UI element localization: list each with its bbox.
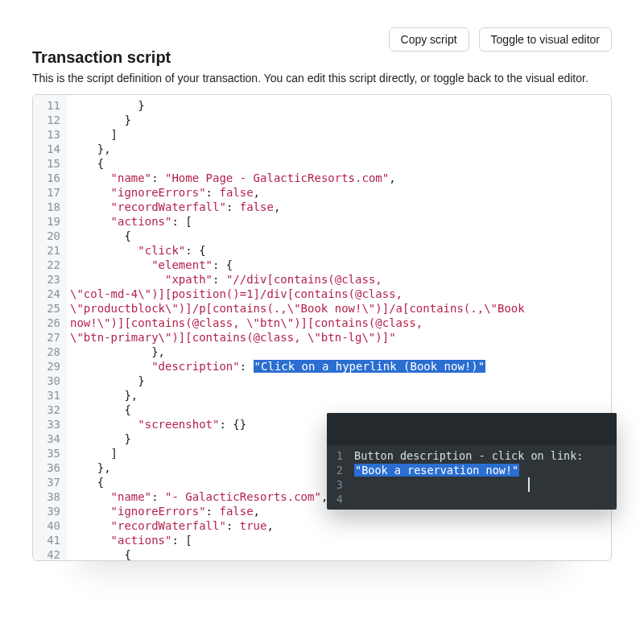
code-line[interactable]: now!\")][contains(@class, \"btn\")][cont… xyxy=(70,316,608,330)
code-line[interactable]: "recordWaterfall": false, xyxy=(70,200,608,214)
line-number: 17 xyxy=(39,185,60,200)
page-subtitle: This is the script definition of your tr… xyxy=(32,72,612,85)
line-number: 39 xyxy=(39,504,60,518)
line-number: 11 xyxy=(39,98,60,113)
line-number: 42 xyxy=(39,547,60,561)
line-number: 28 xyxy=(39,345,60,359)
line-number: 21 xyxy=(39,243,60,258)
code-line[interactable]: } xyxy=(70,113,608,127)
overlay-line xyxy=(354,492,617,506)
code-line[interactable]: "recordWaterfall": true, xyxy=(70,518,608,533)
line-number: 27 xyxy=(39,330,60,345)
code-line[interactable]: "actions": [ xyxy=(70,214,608,229)
line-number: 32 xyxy=(39,402,60,417)
code-line[interactable]: } xyxy=(70,98,608,113)
code-line[interactable]: { xyxy=(70,156,608,171)
line-number: 30 xyxy=(39,374,60,388)
line-number: 35 xyxy=(39,446,60,460)
code-line[interactable]: \"col-md-4\")][position()=1]/div[contain… xyxy=(70,287,608,301)
line-number: 23 xyxy=(39,272,60,287)
code-line[interactable]: }, xyxy=(70,388,608,402)
code-line[interactable]: "ignoreErrors": false, xyxy=(70,185,608,200)
text-caret xyxy=(528,477,530,492)
line-number: 15 xyxy=(39,156,60,171)
line-number: 29 xyxy=(39,359,60,374)
line-number: 18 xyxy=(39,200,60,214)
editor-gutter: 1112131415161718192021222324252627282930… xyxy=(33,95,67,560)
line-number: 12 xyxy=(39,113,60,127)
code-line[interactable]: { xyxy=(70,547,608,560)
overlay-line: "Book a reservation now!" xyxy=(354,463,617,477)
code-line[interactable]: "element": { xyxy=(70,258,608,272)
line-number: 16 xyxy=(39,171,60,185)
line-number: 26 xyxy=(39,316,60,330)
code-line[interactable]: }, xyxy=(70,345,608,359)
code-line[interactable]: }, xyxy=(70,142,608,156)
copy-script-button[interactable]: Copy script xyxy=(389,27,469,52)
line-number: 36 xyxy=(39,460,60,475)
code-line[interactable]: ] xyxy=(70,127,608,142)
line-number: 14 xyxy=(39,142,60,156)
code-line[interactable]: "description": "Click on a hyperlink (Bo… xyxy=(70,359,608,374)
line-number: 33 xyxy=(39,417,60,431)
overlay-code-area[interactable]: Button description - click on link: "Boo… xyxy=(349,448,617,506)
line-number: 19 xyxy=(39,214,60,229)
overlay-line xyxy=(354,477,617,492)
code-line[interactable]: "click": { xyxy=(70,243,608,258)
overlay-line-number: 4 xyxy=(327,492,343,506)
line-number: 34 xyxy=(39,431,60,446)
secondary-editor-overlay[interactable]: 1 2 3 4 Button description - click on li… xyxy=(327,413,617,510)
overlay-line-number: 2 xyxy=(327,463,343,477)
overlay-line-number: 1 xyxy=(327,448,343,463)
line-number: 37 xyxy=(39,475,60,489)
line-number: 22 xyxy=(39,258,60,272)
overlay-line-number: 3 xyxy=(327,477,343,492)
code-line[interactable]: "xpath": "//div[contains(@class, xyxy=(70,272,608,287)
line-number: 38 xyxy=(39,489,60,504)
code-line[interactable]: } xyxy=(70,374,608,388)
code-line[interactable]: "actions": [ xyxy=(70,533,608,547)
overlay-gutter: 1 2 3 4 xyxy=(327,448,349,506)
line-number: 41 xyxy=(39,533,60,547)
overlay-line: Button description - click on link: xyxy=(354,448,617,463)
toggle-visual-editor-button[interactable]: Toggle to visual editor xyxy=(479,27,612,52)
line-number: 40 xyxy=(39,518,60,533)
line-number: 13 xyxy=(39,127,60,142)
code-line[interactable]: "name": "Home Page - GalacticResorts.com… xyxy=(70,171,608,185)
overlay-header xyxy=(327,413,617,445)
line-number: 31 xyxy=(39,388,60,402)
code-line[interactable]: \"productblock\")]/p[contains(.,\"Book n… xyxy=(70,301,608,316)
code-line[interactable]: \"btn-primary\")][contains(@class, \"btn… xyxy=(70,330,608,345)
line-number: 20 xyxy=(39,229,60,243)
line-number: 25 xyxy=(39,301,60,316)
line-number: 24 xyxy=(39,287,60,301)
code-line[interactable]: { xyxy=(70,229,608,243)
